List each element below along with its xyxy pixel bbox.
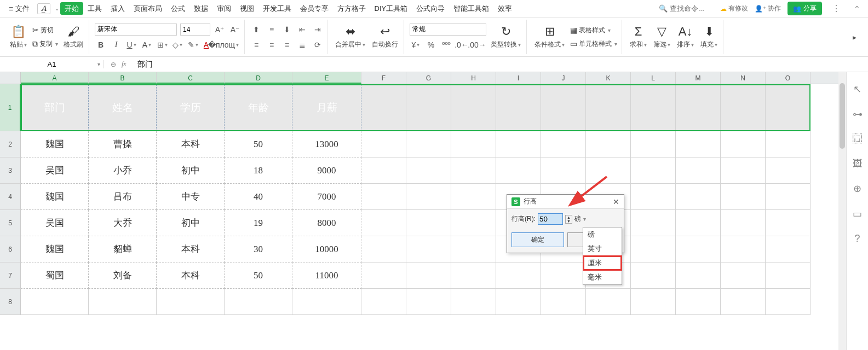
cell[interactable] — [631, 210, 676, 236]
chevron-down-icon[interactable]: ⌄ — [55, 5, 59, 11]
cell[interactable] — [721, 262, 766, 289]
menu-tab-2[interactable]: 插入 — [106, 2, 129, 15]
command-search[interactable]: 🔍 — [659, 4, 714, 13]
cell[interactable] — [496, 262, 541, 289]
cell[interactable] — [676, 210, 721, 236]
cell[interactable]: 吴国 — [21, 210, 89, 236]
col-header-J[interactable]: J — [541, 72, 586, 84]
ok-button[interactable]: 确定 — [511, 232, 564, 247]
row-header-5[interactable]: 5 — [0, 210, 21, 236]
cell[interactable] — [631, 131, 676, 158]
cell[interactable]: 年龄 — [225, 84, 292, 131]
strikethrough-button[interactable]: A▾ — [141, 39, 153, 51]
copy-button[interactable]: ⧉复制▾ — [31, 39, 59, 49]
conditional-format-button[interactable]: ⊞ 条件格式▾ — [532, 25, 567, 49]
row-header-7[interactable]: 7 — [0, 262, 21, 289]
col-header-M[interactable]: M — [676, 72, 721, 84]
menu-tab-14[interactable]: 效率 — [493, 2, 516, 15]
increase-decimal-button[interactable]: .00→ — [471, 39, 483, 51]
cell[interactable] — [451, 289, 496, 315]
cell[interactable]: 18 — [225, 158, 292, 184]
fill-button[interactable]: ⬇填充▾ — [698, 25, 720, 49]
cell[interactable] — [451, 236, 496, 262]
col-header-L[interactable]: L — [631, 72, 676, 84]
align-right-button[interactable]: ≡ — [281, 39, 293, 51]
menu-tab-0[interactable]: 开始 — [60, 2, 83, 15]
cell[interactable]: 大乔 — [89, 210, 157, 236]
fill-color-button[interactable]: ◇▾ — [171, 39, 183, 51]
wrap-text-button[interactable]: ↩ 自动换行 — [370, 25, 400, 49]
settings-icon[interactable]: ⊶ — [853, 108, 863, 120]
format-painter-button[interactable]: 🖌 格式刷 — [61, 25, 85, 49]
cell[interactable] — [451, 262, 496, 289]
menu-tab-6[interactable]: 审阅 — [212, 2, 235, 15]
vertical-scrollbar[interactable] — [838, 72, 846, 350]
row-height-input[interactable] — [538, 213, 563, 225]
cell[interactable] — [496, 84, 541, 131]
cell[interactable]: 曹操 — [89, 131, 157, 158]
spreadsheet-grid[interactable]: ABCDEFGHIJKLMNO⇔ 12345678 部门姓名学历年龄月薪魏国曹操… — [0, 72, 846, 350]
cell[interactable] — [361, 236, 406, 262]
justify-button[interactable]: ≣ — [296, 39, 308, 51]
col-header-H[interactable]: H — [451, 72, 496, 84]
cell[interactable] — [496, 131, 541, 158]
name-box-input[interactable] — [0, 60, 104, 68]
cell[interactable]: 本科 — [157, 131, 225, 158]
decrease-decimal-button[interactable]: .0← — [456, 39, 468, 51]
merge-center-button[interactable]: ⬌ 合并居中▾ — [333, 25, 367, 49]
col-header-G[interactable]: G — [406, 72, 451, 84]
cell[interactable]: 初中 — [157, 210, 225, 236]
cell[interactable] — [721, 289, 766, 315]
cell[interactable] — [721, 131, 766, 158]
fx-icon[interactable]: fx — [122, 60, 127, 68]
unit-option[interactable]: 磅 — [583, 228, 622, 242]
cell[interactable] — [721, 184, 766, 210]
cell[interactable]: 50 — [225, 131, 292, 158]
cell[interactable]: 7000 — [292, 184, 361, 210]
cell[interactable]: 30 — [225, 236, 292, 262]
cell[interactable] — [721, 158, 766, 184]
cell[interactable] — [21, 289, 89, 315]
col-header-O[interactable]: O — [766, 72, 810, 84]
align-left-button[interactable]: ≡ — [250, 39, 262, 51]
cell[interactable]: 月薪 — [292, 84, 361, 131]
cut-button[interactable]: ✂剪切 — [31, 25, 59, 36]
more-icon[interactable]: ⋮ — [829, 3, 844, 14]
cell[interactable]: 本科 — [157, 236, 225, 262]
font-name-select[interactable] — [95, 24, 177, 36]
col-header-I[interactable]: I — [496, 72, 541, 84]
cell[interactable] — [631, 236, 676, 262]
menu-tab-13[interactable]: 智能工具箱 — [449, 2, 493, 15]
cell[interactable]: 10000 — [292, 236, 361, 262]
cell[interactable] — [586, 158, 631, 184]
align-bottom-button[interactable]: ⬇ — [281, 24, 293, 36]
cell[interactable] — [721, 236, 766, 262]
cell[interactable] — [361, 84, 406, 131]
cell[interactable] — [361, 158, 406, 184]
col-header-A[interactable]: A — [21, 72, 89, 84]
decrease-indent-button[interactable]: ⇤ — [296, 24, 308, 36]
italic-button[interactable]: I — [110, 39, 122, 51]
close-icon[interactable]: ✕ — [613, 197, 619, 206]
cell[interactable]: 中专 — [157, 184, 225, 210]
cell[interactable] — [406, 158, 451, 184]
cell[interactable]: 蜀国 — [21, 262, 89, 289]
unit-dropdown[interactable]: 磅▾ — [574, 214, 586, 224]
cell[interactable]: 50 — [225, 262, 292, 289]
cell[interactable] — [496, 158, 541, 184]
cell[interactable] — [157, 289, 225, 315]
outline-icon[interactable]: ⿴ — [853, 133, 863, 145]
cell[interactable]: 本科 — [157, 262, 225, 289]
cell[interactable]: 9000 — [292, 158, 361, 184]
cell[interactable]: 吴国 — [21, 158, 89, 184]
cell[interactable] — [361, 210, 406, 236]
border-button[interactable]: ⊞▾ — [156, 39, 168, 51]
cell[interactable]: 学历 — [157, 84, 225, 131]
zoom-out-icon[interactable]: ⊖ — [111, 61, 116, 68]
percent-button[interactable]: % — [425, 39, 437, 51]
collapse-ribbon-icon[interactable]: ⌃ — [850, 4, 864, 13]
unit-option[interactable]: 厘米 — [583, 256, 622, 270]
cell[interactable] — [766, 236, 810, 262]
book-icon[interactable]: ▭ — [853, 208, 862, 220]
cell[interactable] — [361, 262, 406, 289]
